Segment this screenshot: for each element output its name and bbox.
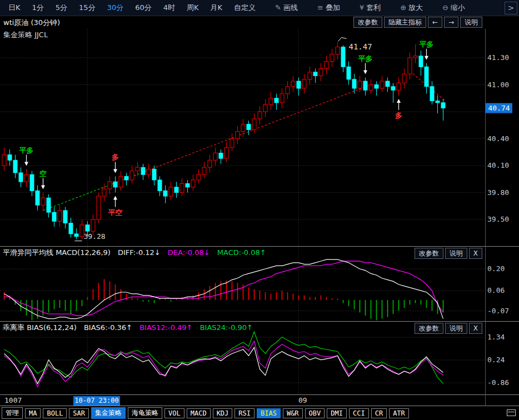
tab-60分[interactable]: 60分 xyxy=(132,2,154,14)
indicator-tab-海龟策略[interactable]: 海龟策略 xyxy=(128,407,162,419)
hide-indicator-button[interactable]: 隐藏主指标 xyxy=(384,17,426,28)
tab-周K[interactable]: 周K xyxy=(184,2,202,14)
indicator-tab-OBV[interactable]: OBV xyxy=(305,408,325,418)
bias-title: 乖离率 BIAS(6,12,24) xyxy=(3,323,77,332)
svg-text:平多: 平多 xyxy=(19,146,34,154)
info-button[interactable]: 说明 xyxy=(445,248,467,259)
svg-text:0.20: 0.20 xyxy=(487,264,505,273)
indicator-tab-BOLL[interactable]: BOLL xyxy=(43,408,67,418)
bias-panel[interactable]: 1.340.24-0.86 乖离率 BIAS(6,12,24) BIAS6:-0… xyxy=(0,322,519,394)
zoom-out-icon: ⊖ xyxy=(442,3,448,12)
tab-4时[interactable]: 4时 xyxy=(161,2,178,14)
tab-月K[interactable]: 月K xyxy=(208,2,226,14)
svg-text:0.06: 0.06 xyxy=(487,286,505,294)
indicator-tab-MACD[interactable]: MACD xyxy=(187,408,211,418)
info-bar-buttons: 改参数隐藏主指标←→说明 xyxy=(352,17,482,28)
info-bar: wti原油 (30分钟) 改参数隐藏主指标←→说明 xyxy=(0,16,519,29)
svg-text:39.28: 39.28 xyxy=(84,232,106,241)
svg-text:平多: 平多 xyxy=(420,40,434,48)
tab-5分[interactable]: 5分 xyxy=(53,2,70,14)
symbol-title: wti原油 (30分钟) xyxy=(3,18,60,28)
svg-text:空: 空 xyxy=(39,169,47,178)
time-axis-left-label: 1007 xyxy=(4,396,22,404)
panel-divider xyxy=(0,321,519,322)
tab-画线[interactable]: ✎画线 xyxy=(272,2,301,14)
trading-app-window: 日K1分5分15分30分60分4时周K月K自定义✎画线≡叠加¥套利⊕放大⊖缩小>… xyxy=(0,0,519,420)
svg-text:41.47: 41.47 xyxy=(349,42,372,51)
price-axis-line xyxy=(485,29,486,406)
svg-text:41.30: 41.30 xyxy=(487,53,509,62)
zoom-in-icon: ⊕ xyxy=(400,3,406,12)
close-button[interactable]: X xyxy=(469,248,482,259)
tab-1分[interactable]: 1分 xyxy=(29,2,47,14)
macd-header: 平滑异同平均线 MACD(12,26,9) DIFF:-0.12↓ DEA:-0… xyxy=(3,248,271,258)
change-params-button[interactable]: 改参数 xyxy=(353,17,382,28)
prev-arrow-button[interactable]: ← xyxy=(428,17,442,28)
svg-text:1.34: 1.34 xyxy=(487,333,505,341)
svg-text:40.74: 40.74 xyxy=(488,104,510,112)
indicator-tab-CCI[interactable]: CCI xyxy=(349,408,369,418)
svg-text:41.00: 41.00 xyxy=(487,81,509,89)
pencil-icon: ✎ xyxy=(275,3,281,12)
toolbar-more-button[interactable]: > xyxy=(505,2,517,14)
svg-text:40.40: 40.40 xyxy=(487,134,509,143)
indicator-tab-管理[interactable]: 管理 xyxy=(2,407,23,419)
svg-text:平多: 平多 xyxy=(358,54,373,63)
svg-text:-0.86: -0.86 xyxy=(487,378,509,387)
bias-header: 乖离率 BIAS(6,12,24) BIAS6:-0.36↑ BIAS12:-0… xyxy=(3,323,258,333)
selected-time-badge: 10-07 23:00 xyxy=(73,396,120,406)
svg-text:39.50: 39.50 xyxy=(487,215,509,223)
indicator-tab-RSI[interactable]: RSI xyxy=(234,408,254,418)
tab-15分[interactable]: 15分 xyxy=(76,2,98,14)
tab-放大[interactable]: ⊕放大 xyxy=(397,2,426,14)
svg-text:0.24: 0.24 xyxy=(487,356,505,364)
candlestick-chart[interactable]: 41.3041.0040.4040.1039.8039.50平多空多平空平多多平… xyxy=(0,29,519,246)
tab-自定义[interactable]: 自定义 xyxy=(231,2,258,14)
indicator-tab-CR[interactable]: CR xyxy=(371,408,387,418)
macd-panel[interactable]: 0.200.06-0.07 平滑异同平均线 MACD(12,26,9) DIFF… xyxy=(0,247,519,321)
indicator-tab-SAR[interactable]: SAR xyxy=(69,408,89,418)
panel-divider xyxy=(0,394,519,395)
bias24-value: BIAS24:-0.90↑ xyxy=(200,323,253,332)
macd-buttons: 改参数说明X xyxy=(413,248,482,259)
svg-text:多: 多 xyxy=(395,111,402,119)
time-axis: 1007 10-07 23:00 09 xyxy=(0,396,519,406)
tab-30分[interactable]: 30分 xyxy=(104,2,127,14)
strategy-label: 集金策略 JJCL xyxy=(3,30,48,40)
main-chart-canvas[interactable]: 41.3041.0040.4040.1039.8039.50平多空多平空平多多平… xyxy=(0,29,519,246)
tab-套利[interactable]: ¥套利 xyxy=(357,2,383,14)
indicator-tab-DMI[interactable]: DMI xyxy=(327,408,347,418)
change-params-button[interactable]: 改参数 xyxy=(415,248,443,259)
svg-text:-0.07: -0.07 xyxy=(487,307,509,315)
indicator-tab-VOL[interactable]: VOL xyxy=(164,408,184,418)
macd-diff-value: DIFF:-0.12↓ xyxy=(118,248,161,257)
bottom-toolbar: 管理MABOLLSAR集金策略海龟策略VOLMACDKDJRSIBIASW&RO… xyxy=(0,406,519,420)
macd-title: 平滑异同平均线 MACD(12,26,9) xyxy=(3,248,111,257)
tab-日K[interactable]: 日K xyxy=(6,2,23,14)
indicator-tab-ATR[interactable]: ATR xyxy=(389,408,409,418)
indicator-tab-BIAS[interactable]: BIAS xyxy=(257,408,281,418)
tab-叠加[interactable]: ≡叠加 xyxy=(315,2,343,14)
indicator-tab-集金策略[interactable]: 集金策略 xyxy=(91,407,126,419)
arbitrage-icon: ¥ xyxy=(360,3,364,12)
indicator-tab-KDJ[interactable]: KDJ xyxy=(213,408,233,418)
svg-text:多: 多 xyxy=(112,153,119,161)
bias6-value: BIAS6:-0.36↑ xyxy=(84,323,132,332)
macd-dea-value: DEA:-0.08↓ xyxy=(168,248,210,257)
close-button[interactable]: X xyxy=(469,323,482,334)
svg-text:平空: 平空 xyxy=(108,208,123,217)
change-params-button[interactable]: 改参数 xyxy=(415,323,443,334)
bias12-value: BIAS12:-0.49↑ xyxy=(139,323,192,332)
indicator-tab-MA[interactable]: MA xyxy=(25,408,41,418)
macd-macd-value: MACD:-0.08↑ xyxy=(217,248,266,257)
panel-divider xyxy=(0,246,519,247)
info-button[interactable]: 说明 xyxy=(445,323,467,334)
indicator-tab-W&R[interactable]: W&R xyxy=(283,408,303,418)
svg-text:39.80: 39.80 xyxy=(487,188,509,197)
info-button[interactable]: 说明 xyxy=(460,17,482,28)
tab-缩小[interactable]: ⊖缩小 xyxy=(440,2,468,14)
bias-buttons: 改参数说明X xyxy=(413,323,482,334)
top-toolbar: 日K1分5分15分30分60分4时周K月K自定义✎画线≡叠加¥套利⊕放大⊖缩小> xyxy=(0,0,519,16)
window-icon[interactable] xyxy=(507,409,516,416)
next-arrow-button[interactable]: → xyxy=(444,17,458,28)
